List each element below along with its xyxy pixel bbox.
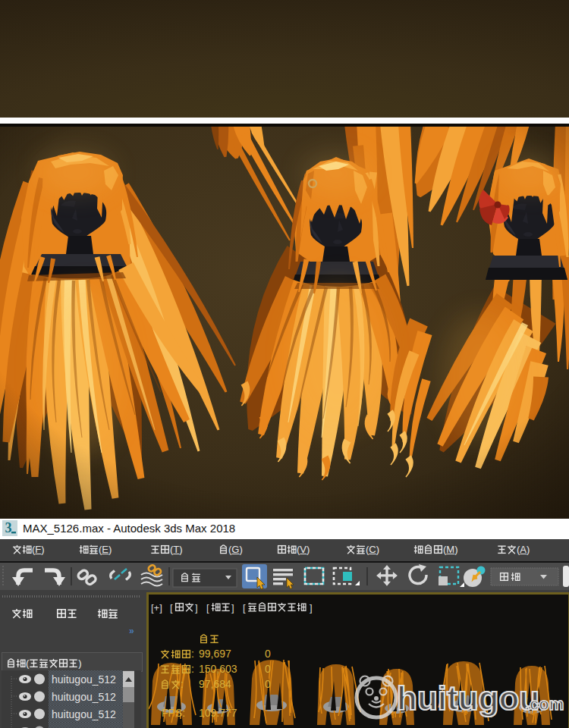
svg-text:huitugou_512: huitugou_512	[52, 708, 116, 720]
svg-text:0: 0	[265, 648, 271, 660]
svg-text:3: 3	[5, 520, 12, 535]
svg-text:[: [	[170, 602, 173, 613]
svg-text::: :	[181, 678, 184, 690]
svg-text:huitugou: huitugou	[397, 679, 539, 717]
svg-text:FPS:: FPS:	[162, 707, 185, 719]
svg-text:huitugou_512: huitugou_512	[52, 673, 116, 686]
svg-text:0: 0	[265, 678, 271, 690]
svg-text:]: ]	[310, 602, 313, 613]
svg-text:.com: .com	[525, 695, 564, 714]
svg-text::: :	[191, 648, 194, 660]
svg-text:99,697: 99,697	[199, 648, 231, 660]
svg-text:]: ]	[195, 602, 198, 613]
svg-text::: :	[191, 663, 194, 675]
svg-text:[+]: [+]	[151, 602, 162, 613]
svg-text:97,684: 97,684	[199, 678, 231, 690]
svg-text:0: 0	[265, 663, 271, 675]
svg-text:huitugou_512: huitugou_512	[52, 691, 116, 703]
svg-text:[: [	[243, 602, 246, 613]
svg-text:150,603: 150,603	[199, 663, 237, 675]
svg-text:109.777: 109.777	[199, 707, 237, 719]
svg-text:]: ]	[231, 602, 234, 613]
svg-text:[: [	[206, 602, 209, 613]
